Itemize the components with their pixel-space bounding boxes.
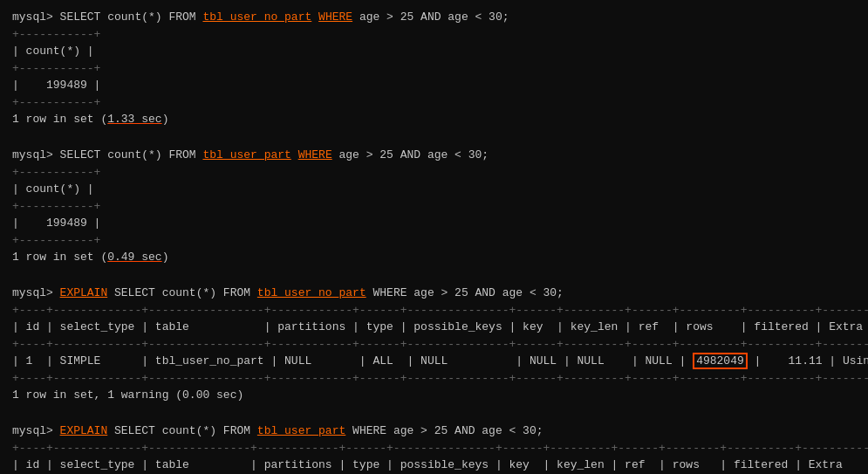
sep-2c: +-----------+: [12, 232, 856, 250]
col-header-1: | count(*) |: [12, 43, 856, 60]
sep-1b: +-----------+: [12, 60, 856, 78]
result-2: 1 row in set (0.49 sec): [12, 249, 856, 266]
prompt-4: mysql> EXPLAIN SELECT count(*) FROM tbl_…: [12, 422, 856, 440]
sep-3a: +----+-------------+-----------------+--…: [12, 302, 856, 319]
val-2: | 199489 |: [12, 215, 856, 232]
sep-2b: +-----------+: [12, 198, 856, 216]
terminal: mysql> SELECT count(*) FROM tbl_user_no_…: [12, 9, 856, 474]
prompt-2: mysql> SELECT count(*) FROM tbl_user_par…: [12, 147, 856, 164]
data-row-3: | 1 | SIMPLE | tbl_user_no_part | NULL |…: [12, 353, 856, 370]
result-1: 1 row in set (1.33 sec): [12, 111, 856, 128]
sep-2a: +-----------+: [12, 164, 856, 182]
blank-3: [12, 406, 856, 423]
block-4: mysql> EXPLAIN SELECT count(*) FROM tbl_…: [12, 422, 856, 474]
sep-1c: +-----------+: [12, 94, 856, 112]
sep-3c: +----+-------------+-----------------+--…: [12, 370, 856, 388]
block-3: mysql> EXPLAIN SELECT count(*) FROM tbl_…: [12, 285, 856, 404]
block-1: mysql> SELECT count(*) FROM tbl_user_no_…: [12, 9, 856, 128]
blank-2: [12, 268, 856, 285]
col-header-3: | id | select_type | table | partitions …: [12, 319, 856, 336]
prompt-1: mysql> SELECT count(*) FROM tbl_user_no_…: [12, 9, 856, 26]
sep-3b: +----+-------------+-----------------+--…: [12, 336, 856, 354]
val-1: | 199489 |: [12, 77, 856, 94]
col-header-2: | count(*) |: [12, 181, 856, 198]
sep-4a: +----+-------------+---------------+----…: [12, 440, 856, 457]
blank-1: [12, 130, 856, 148]
block-2: mysql> SELECT count(*) FROM tbl_user_par…: [12, 147, 856, 266]
sep-1a: +-----------+: [12, 26, 856, 44]
result-3: 1 row in set, 1 warning (0.00 sec): [12, 387, 856, 404]
col-header-4: | id | select_type | table | partitions …: [12, 457, 856, 474]
prompt-3: mysql> EXPLAIN SELECT count(*) FROM tbl_…: [12, 285, 856, 302]
